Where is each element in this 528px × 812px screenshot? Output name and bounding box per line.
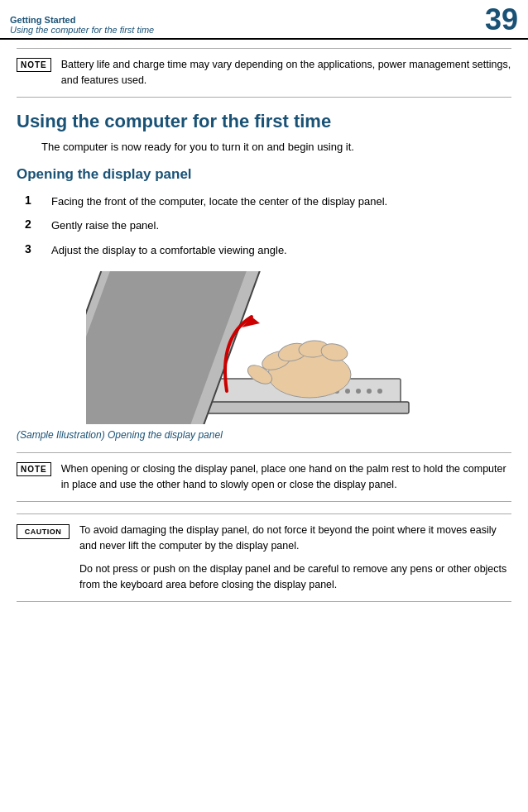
step-number-3: 3 [25, 242, 40, 256]
list-item: 1 Facing the front of the computer, loca… [17, 193, 511, 210]
step-text-1: Facing the front of the computer, locate… [51, 193, 387, 210]
page-header: Getting Started Using the computer for t… [0, 0, 528, 40]
note-box-bottom: NOTE When opening or closing the display… [17, 452, 511, 502]
subsection-title: Opening the display panel [17, 166, 511, 183]
list-item: 3 Adjust the display to a comfortable vi… [17, 242, 511, 259]
caution-text-1: To avoid damaging the display panel, do … [79, 523, 511, 555]
step-text-2: Gently raise the panel. [51, 217, 159, 234]
header-chapter: Getting Started [10, 15, 75, 25]
page-content: NOTE Battery life and charge time may va… [0, 40, 528, 619]
svg-point-6 [377, 389, 382, 394]
step-text-3: Adjust the display to a comfortable view… [51, 242, 287, 259]
main-section-title: Using the computer for the first time [17, 111, 511, 132]
svg-point-4 [356, 389, 361, 394]
list-item: 2 Gently raise the panel. [17, 217, 511, 234]
illustration-container: (Sample Illustration) Opening the displa… [17, 271, 511, 441]
steps-list: 1 Facing the front of the computer, loca… [17, 193, 511, 259]
svg-point-3 [345, 389, 350, 394]
caution-text: To avoid damaging the display panel, do … [79, 523, 511, 594]
svg-point-5 [367, 389, 372, 394]
caution-box: CAUTION To avoid damaging the display pa… [17, 513, 511, 603]
caution-label: CAUTION [17, 524, 70, 539]
step-number-2: 2 [25, 217, 40, 231]
note-text-bottom: When opening or closing the display pane… [61, 461, 511, 493]
note-label-top: NOTE [17, 58, 51, 72]
laptop-illustration [86, 271, 442, 424]
header-section: Using the computer for the first time [10, 25, 154, 35]
note-box-top: NOTE Battery life and charge time may va… [17, 48, 511, 98]
note-label-bottom: NOTE [17, 462, 51, 476]
header-left: Getting Started Using the computer for t… [10, 15, 154, 35]
note-text-top: Battery life and charge time may vary de… [61, 57, 511, 88]
intro-paragraph: The computer is now ready for you to tur… [17, 139, 511, 155]
page-number: 39 [485, 5, 518, 35]
step-number-1: 1 [25, 193, 40, 207]
caution-text-2: Do not press or push on the display pane… [79, 561, 511, 594]
illustration-caption: (Sample Illustration) Opening the displa… [17, 429, 511, 441]
